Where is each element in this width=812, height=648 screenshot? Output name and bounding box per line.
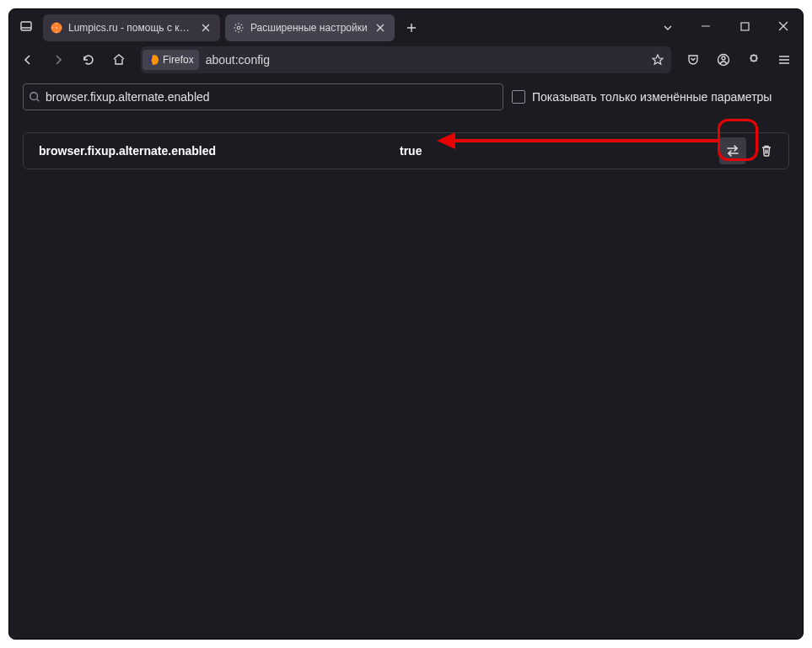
tabs-below-icon bbox=[19, 19, 33, 33]
close-button[interactable] bbox=[764, 9, 803, 43]
extensions-button[interactable] bbox=[740, 46, 767, 73]
firefox-badge: Firefox bbox=[143, 50, 199, 70]
account-icon bbox=[717, 53, 730, 67]
hamburger-icon bbox=[777, 53, 791, 67]
pocket-icon bbox=[686, 53, 700, 67]
tabs-below-toggle[interactable] bbox=[9, 9, 43, 43]
url-text: about:config bbox=[202, 53, 646, 67]
pref-search-input[interactable]: browser.fixup.alternate.enabled bbox=[23, 83, 503, 110]
window-controls bbox=[686, 9, 803, 43]
tab-label: Lumpics.ru - помощь с компь bbox=[68, 22, 193, 34]
forward-button[interactable] bbox=[45, 46, 72, 73]
swap-icon bbox=[725, 143, 740, 158]
tab-label: Расширенные настройки bbox=[250, 22, 368, 34]
maximize-button[interactable] bbox=[725, 9, 764, 43]
url-bar[interactable]: Firefox about:config bbox=[141, 46, 671, 73]
delete-button[interactable] bbox=[753, 137, 780, 164]
svg-rect-0 bbox=[21, 22, 31, 30]
pref-name: browser.fixup.alternate.enabled bbox=[39, 144, 393, 158]
tab-lumpics[interactable]: Lumpics.ru - помощь с компь bbox=[43, 14, 220, 41]
nav-toolbar: Firefox about:config bbox=[9, 43, 803, 77]
bookmark-star-button[interactable] bbox=[646, 48, 669, 72]
search-value: browser.fixup.alternate.enabled bbox=[46, 90, 210, 104]
svg-line-27 bbox=[37, 99, 40, 102]
svg-rect-16 bbox=[741, 23, 749, 30]
svg-point-22 bbox=[722, 56, 725, 60]
search-icon bbox=[29, 91, 40, 103]
svg-marker-20 bbox=[653, 55, 663, 64]
minimize-button[interactable] bbox=[686, 9, 725, 43]
home-button[interactable] bbox=[105, 46, 132, 73]
search-row: browser.fixup.alternate.enabled Показыва… bbox=[23, 83, 789, 110]
pocket-button[interactable] bbox=[680, 46, 707, 73]
star-icon bbox=[651, 53, 664, 67]
close-icon[interactable] bbox=[198, 20, 213, 35]
trash-icon bbox=[760, 144, 773, 158]
gear-icon bbox=[232, 21, 245, 35]
tab-aboutconfig[interactable]: Расширенные настройки bbox=[225, 14, 395, 41]
checkbox-icon bbox=[512, 90, 525, 104]
favicon-lumpics bbox=[50, 21, 63, 35]
app-menu-button[interactable] bbox=[771, 46, 798, 73]
firefox-icon bbox=[148, 54, 159, 66]
only-modified-checkbox[interactable]: Показывать только изменённые параметры bbox=[512, 90, 789, 104]
svg-point-10 bbox=[237, 26, 240, 29]
pref-row: browser.fixup.alternate.enabled true bbox=[23, 132, 789, 169]
browser-window: Lumpics.ru - помощь с компь Расширенные … bbox=[8, 8, 804, 640]
svg-point-3 bbox=[56, 27, 57, 29]
firefox-badge-label: Firefox bbox=[163, 54, 194, 66]
pref-value: true bbox=[400, 144, 713, 158]
svg-point-26 bbox=[30, 93, 38, 100]
puzzle-icon bbox=[747, 53, 761, 67]
new-tab-button[interactable] bbox=[400, 16, 423, 40]
only-modified-label: Показывать только изменённые параметры bbox=[532, 90, 772, 104]
tabs-overflow-button[interactable] bbox=[656, 16, 680, 40]
tab-strip: Lumpics.ru - помощь с компь Расширенные … bbox=[43, 9, 686, 43]
back-button[interactable] bbox=[14, 46, 41, 73]
close-icon[interactable] bbox=[373, 20, 388, 35]
toggle-button[interactable] bbox=[719, 137, 746, 164]
account-button[interactable] bbox=[710, 46, 737, 73]
reload-button[interactable] bbox=[75, 46, 102, 73]
titlebar: Lumpics.ru - помощь с компь Расширенные … bbox=[9, 9, 803, 43]
aboutconfig-content: browser.fixup.alternate.enabled Показыва… bbox=[9, 77, 803, 639]
